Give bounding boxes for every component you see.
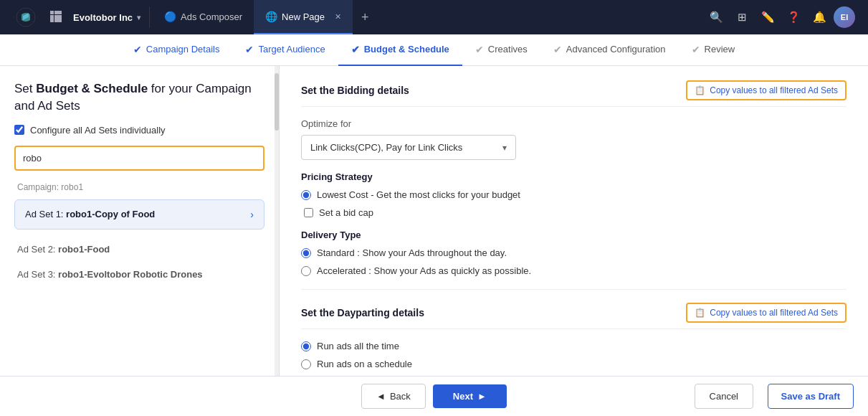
svg-rect-2 [54,11,58,14]
pricing-radio-lowest-cost[interactable]: Lowest Cost - Get the most clicks for yo… [301,189,846,200]
nav-logo [7,7,44,27]
close-tab-icon[interactable]: ✕ [335,12,341,22]
pricing-checkbox-bid-cap-input[interactable] [304,208,313,217]
save-draft-button[interactable]: Save as Draft [768,384,854,409]
step-check-icon6: ✔ [692,44,700,55]
section-divider [301,289,846,290]
step-tab-creatives[interactable]: ✔ Creatives [462,34,540,66]
delivery-label: Delivery Type [301,230,846,240]
dayparting-radio-schedule-input[interactable] [301,359,311,369]
step-tabs: ✔ Campaign Details ✔ Target Audience ✔ B… [0,34,868,66]
nav-tab-ads-composer[interactable]: 🔵 Ads Composer [153,0,254,34]
next-arrow-icon: ► [477,391,487,402]
campaign-label: Campaign: robo1 [14,182,264,192]
dayparting-options: Run ads all the time Run ads on a schedu… [301,341,846,369]
step-tab-campaign-details[interactable]: ✔ Campaign Details [120,34,233,66]
right-panel: Set the Bidding details 📋 Copy values to… [280,66,868,376]
configure-checkbox-row[interactable]: Configure all Ad Sets individually [14,125,264,136]
pricing-checkbox-bid-cap[interactable]: Set a bid cap [304,207,846,218]
main-content: Set Budget & Schedule for your Campaign … [0,66,868,376]
brand-chevron-icon: ▾ [137,14,140,22]
copy-icon-2: 📋 [695,308,705,318]
ad-set-item-2[interactable]: Ad Set 2: robo1-Food [14,237,264,262]
step-check-icon: ✔ [133,44,142,55]
ad-set-item-1[interactable]: Ad Set 1: robo1-Copy of Food › [14,199,264,230]
add-tab-button[interactable]: + [353,10,378,25]
ad-set-item-3[interactable]: Ad Set 3: robo1-Evoltobor Robotic Drones [14,262,264,287]
search-action-icon[interactable]: 🔍 [705,6,728,29]
copy-icon-1: 📋 [695,85,705,95]
dayparting-radio-all-time-input[interactable] [301,341,311,351]
left-title: Set Budget & Schedule for your Campaign … [14,80,264,115]
brand-label: Evoltobor Inc [73,12,133,23]
nav-actions: 🔍 ⊞ ✏️ ❓ 🔔 EI [705,6,861,29]
nav-separator [149,6,150,28]
back-button[interactable]: ◄ Back [361,384,426,409]
svg-rect-6 [58,15,62,19]
cancel-button[interactable]: Cancel [695,384,753,409]
ads-composer-label: Ads Composer [181,11,242,22]
ad-set-1-label: Ad Set 1: robo1-Copy of Food [25,209,155,219]
step-tab-advanced-configuration[interactable]: ✔ Advanced Configuration [540,34,679,66]
edit-action-icon[interactable]: ✏️ [756,6,779,29]
left-panel: Set Budget & Schedule for your Campaign … [0,66,280,376]
optimize-select-value: Link Clicks(CPC), Pay for Link Clicks [310,142,462,153]
step-check-icon5: ✔ [553,44,562,55]
search-input[interactable] [14,146,264,171]
delivery-options: Standard : Show your Ads throughout the … [301,247,846,276]
user-avatar[interactable]: EI [834,6,855,28]
configure-checkbox-label: Configure all Ad Sets individually [30,125,166,136]
grid-action-icon[interactable]: ⊞ [730,6,753,29]
ads-composer-icon: 🔵 [164,11,176,22]
delivery-radio-accelerated[interactable]: Accelerated : Show your Ads as quickly a… [301,265,846,276]
bottom-bar: ◄ Back Next ► Cancel Save as Draft [0,376,868,416]
step-check-icon3: ✔ [351,44,360,55]
svg-rect-5 [54,15,58,19]
select-chevron-icon: ▾ [502,143,507,153]
new-page-icon: 🌐 [265,11,277,22]
svg-rect-8 [54,19,58,22]
top-nav: Evoltobor Inc ▾ 🔵 Ads Composer 🌐 New Pag… [0,0,868,34]
pricing-label: Pricing Strategy [301,171,846,182]
bell-action-icon[interactable]: 🔔 [808,6,831,29]
pricing-options: Lowest Cost - Get the most clicks for yo… [301,189,846,218]
step-tab-review[interactable]: ✔ Review [679,34,748,66]
delivery-radio-standard[interactable]: Standard : Show your Ads throughout the … [301,247,846,258]
dayparting-radio-schedule[interactable]: Run ads on a schedule [301,359,846,369]
copy-to-filtered-btn-2[interactable]: 📋 Copy values to all filtered Ad Sets [686,303,846,323]
svg-rect-7 [50,19,54,22]
dayparting-title: Set the Dayparting details [301,307,424,318]
grid-icon[interactable] [44,11,67,24]
step-check-icon2: ✔ [245,44,254,55]
svg-rect-9 [58,19,62,22]
svg-rect-1 [50,11,54,14]
optimize-select[interactable]: Link Clicks(CPC), Pay for Link Clicks ▾ [301,135,516,160]
help-action-icon[interactable]: ❓ [782,6,805,29]
optimize-label: Optimize for [301,118,846,129]
bidding-title: Set the Bidding details [301,85,409,96]
configure-checkbox-input[interactable] [14,125,24,135]
back-arrow-icon: ◄ [376,391,386,402]
new-page-label: New Page [282,11,325,22]
step-check-icon4: ✔ [475,44,484,55]
brand-name[interactable]: Evoltobor Inc ▾ [67,12,146,23]
delivery-radio-standard-input[interactable] [301,248,311,258]
bidding-section-header: Set the Bidding details 📋 Copy values to… [301,80,846,107]
delivery-radio-accelerated-input[interactable] [301,266,311,276]
scroll-bar[interactable] [275,66,279,376]
scroll-handle [275,73,279,131]
nav-tab-new-page[interactable]: 🌐 New Page ✕ [254,0,353,34]
pricing-radio-lowest-cost-input[interactable] [301,190,311,200]
step-tab-budget-schedule[interactable]: ✔ Budget & Schedule [338,34,462,66]
svg-rect-4 [50,15,54,19]
svg-rect-3 [58,11,62,14]
ad-set-1-chevron-icon: › [250,209,254,220]
next-button[interactable]: Next ► [433,384,507,408]
dayparting-radio-all-time[interactable]: Run ads all the time [301,341,846,351]
dayparting-section-header: Set the Dayparting details 📋 Copy values… [301,303,846,329]
logo-icon [16,7,36,27]
copy-to-filtered-btn-1[interactable]: 📋 Copy values to all filtered Ad Sets [686,80,846,100]
step-tab-target-audience[interactable]: ✔ Target Audience [232,34,338,66]
